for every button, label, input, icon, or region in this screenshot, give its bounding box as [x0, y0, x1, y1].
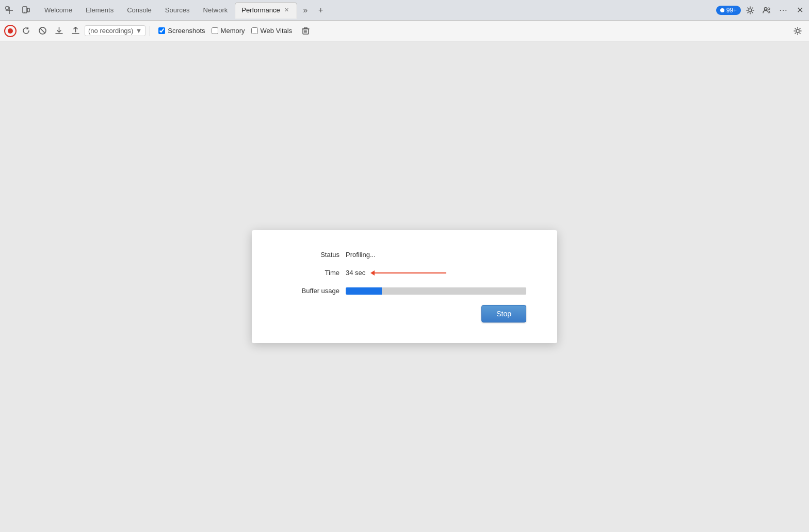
memory-checkbox-group: Memory	[212, 27, 245, 35]
web-vitals-checkbox-group: Web Vitals	[251, 27, 293, 35]
time-value: 34 sec	[346, 269, 365, 277]
more-button[interactable]: ⋯	[776, 3, 790, 18]
toolbar-divider-1	[150, 26, 150, 36]
svg-point-5	[24, 11, 25, 12]
toolbar: (no recordings) ▼ Screenshots Memory Web…	[0, 21, 809, 41]
buffer-label: Buffer usage	[283, 287, 339, 295]
svg-point-23	[796, 29, 799, 33]
stop-button[interactable]: Stop	[481, 305, 526, 323]
tab-sources[interactable]: Sources	[159, 2, 196, 19]
import-button[interactable]	[52, 24, 66, 38]
settings-button[interactable]	[743, 3, 757, 18]
time-label: Time	[283, 269, 339, 277]
new-tab-button[interactable]: +	[314, 3, 328, 18]
users-button[interactable]	[759, 3, 774, 18]
svg-rect-4	[27, 8, 29, 12]
close-devtools-button[interactable]: ✕	[792, 3, 807, 18]
web-vitals-checkbox[interactable]	[251, 27, 258, 34]
reload-profile-button[interactable]	[19, 24, 33, 38]
recordings-dropdown[interactable]: (no recordings) ▼	[85, 25, 145, 36]
status-row: Status Profiling...	[283, 251, 526, 259]
svg-point-7	[765, 7, 767, 10]
more-tabs-button[interactable]: »	[298, 3, 313, 18]
time-value-group: 34 sec	[346, 269, 446, 277]
notification-badge[interactable]: 99+	[716, 6, 741, 15]
clear-button[interactable]	[35, 24, 50, 38]
screenshots-checkbox-group: Screenshots	[158, 27, 205, 35]
record-icon	[8, 28, 13, 34]
memory-checkbox[interactable]	[212, 27, 218, 34]
tab-performance[interactable]: Performance ✕	[235, 2, 297, 19]
delete-recording-button[interactable]	[298, 24, 313, 38]
notification-dot	[720, 8, 724, 12]
buffer-bar-fill	[346, 287, 382, 295]
tab-performance-close[interactable]: ✕	[283, 7, 290, 14]
devtools-left-icons	[2, 3, 33, 18]
device-toolbar-button[interactable]	[19, 3, 33, 18]
memory-label[interactable]: Memory	[221, 27, 245, 35]
tab-elements[interactable]: Elements	[79, 2, 120, 19]
inspect-element-button[interactable]	[2, 3, 17, 18]
screenshots-checkbox[interactable]	[158, 27, 165, 34]
svg-point-6	[749, 9, 752, 12]
tab-welcome[interactable]: Welcome	[38, 2, 78, 19]
time-row: Time 34 sec	[283, 269, 526, 277]
status-value: Profiling...	[346, 251, 376, 259]
svg-point-8	[768, 8, 770, 10]
buffer-bar	[346, 287, 526, 295]
dropdown-arrow-icon: ▼	[135, 27, 142, 35]
status-label: Status	[283, 251, 339, 259]
tab-console[interactable]: Console	[121, 2, 158, 19]
stop-button-row: Stop	[283, 305, 526, 323]
capture-settings-button[interactable]	[790, 24, 805, 38]
web-vitals-label[interactable]: Web Vitals	[261, 27, 293, 35]
tab-bar: Welcome Elements Console Sources Network…	[0, 0, 809, 21]
buffer-row: Buffer usage	[283, 287, 526, 295]
export-button[interactable]	[68, 24, 83, 38]
time-arrow	[370, 270, 446, 276]
tab-network[interactable]: Network	[197, 2, 234, 19]
arrow-line	[374, 272, 446, 273]
svg-rect-0	[6, 7, 9, 9]
record-button[interactable]	[4, 25, 17, 37]
main-content: Status Profiling... Time 34 sec Buffer u…	[0, 41, 809, 532]
svg-line-10	[40, 28, 45, 33]
profiling-dialog: Status Profiling... Time 34 sec Buffer u…	[252, 230, 557, 343]
screenshots-label[interactable]: Screenshots	[168, 27, 205, 35]
tab-bar-right: 99+ ⋯ ✕	[716, 3, 807, 18]
toolbar-right	[790, 24, 805, 38]
